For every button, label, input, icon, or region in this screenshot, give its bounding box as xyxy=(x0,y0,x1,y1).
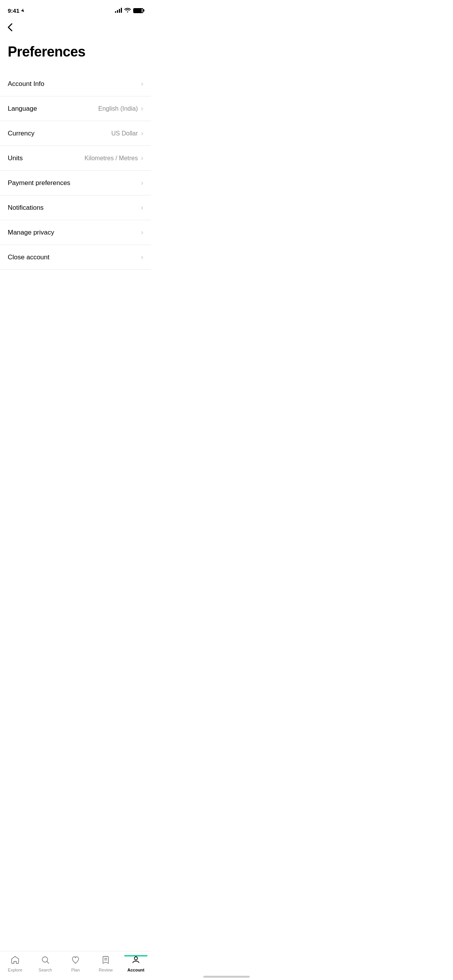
status-time: 9:41 ➤ xyxy=(8,7,24,14)
payment-preferences-label: Payment preferences xyxy=(8,179,70,187)
manage-privacy-label: Manage privacy xyxy=(8,229,54,236)
manage-privacy-right: › xyxy=(141,228,143,236)
language-label: Language xyxy=(8,105,37,113)
chevron-right-icon: › xyxy=(141,204,143,212)
battery-icon xyxy=(133,8,143,13)
time-display: 9:41 xyxy=(8,7,19,14)
notifications-label: Notifications xyxy=(8,204,44,212)
location-arrow-icon: ➤ xyxy=(20,7,26,14)
notifications-right: › xyxy=(141,204,143,212)
units-right: Kilometres / Metres › xyxy=(84,154,143,162)
menu-item-manage-privacy[interactable]: Manage privacy › xyxy=(0,220,151,245)
menu-item-currency[interactable]: Currency US Dollar › xyxy=(0,121,151,146)
chevron-right-icon: › xyxy=(141,105,143,113)
back-button[interactable] xyxy=(0,19,151,36)
status-bar: 9:41 ➤ xyxy=(0,0,151,19)
status-icons xyxy=(115,7,143,14)
menu-item-close-account[interactable]: Close account › xyxy=(0,245,151,270)
close-account-label: Close account xyxy=(8,254,50,261)
signal-icon xyxy=(115,8,122,13)
page-title: Preferences xyxy=(0,36,151,72)
currency-label: Currency xyxy=(8,130,34,137)
currency-right: US Dollar › xyxy=(112,129,143,137)
chevron-right-icon: › xyxy=(141,154,143,162)
currency-value: US Dollar xyxy=(112,130,138,137)
chevron-right-icon: › xyxy=(141,129,143,137)
menu-item-units[interactable]: Units Kilometres / Metres › xyxy=(0,146,151,171)
menu-item-payment-preferences[interactable]: Payment preferences › xyxy=(0,171,151,195)
account-info-right: › xyxy=(141,80,143,88)
chevron-right-icon: › xyxy=(141,80,143,88)
chevron-right-icon: › xyxy=(141,228,143,236)
chevron-right-icon: › xyxy=(141,179,143,187)
close-account-right: › xyxy=(141,253,143,261)
wifi-icon xyxy=(124,7,131,14)
units-label: Units xyxy=(8,154,23,162)
language-value: English (India) xyxy=(98,105,138,112)
preferences-menu: Account Info › Language English (India) … xyxy=(0,72,151,270)
language-right: English (India) › xyxy=(98,105,143,113)
menu-item-account-info[interactable]: Account Info › xyxy=(0,72,151,96)
main-content: Preferences Account Info › Language Engl… xyxy=(0,19,151,305)
menu-item-language[interactable]: Language English (India) › xyxy=(0,96,151,121)
chevron-right-icon: › xyxy=(141,253,143,261)
units-value: Kilometres / Metres xyxy=(84,155,138,162)
account-info-label: Account Info xyxy=(8,80,45,88)
menu-item-notifications[interactable]: Notifications › xyxy=(0,195,151,220)
payment-preferences-right: › xyxy=(141,179,143,187)
